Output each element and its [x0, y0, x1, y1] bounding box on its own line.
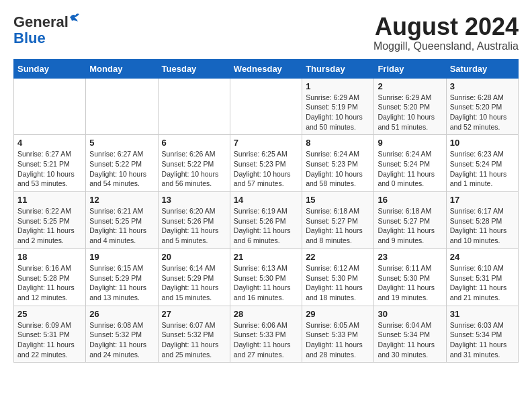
day-info: Sunrise: 6:03 AMSunset: 5:34 PMDaylight:… [450, 320, 515, 360]
day-number: 26 [89, 309, 154, 319]
calendar-header-row: Sunday Monday Tuesday Wednesday Thursday… [14, 59, 519, 78]
header-friday: Friday [374, 59, 446, 78]
day-number: 15 [306, 195, 370, 205]
day-number: 24 [450, 252, 515, 262]
table-row: 30Sunrise: 6:04 AMSunset: 5:34 PMDayligh… [374, 306, 446, 363]
logo-bird-icon [69, 12, 81, 23]
table-row: 26Sunrise: 6:08 AMSunset: 5:32 PMDayligh… [86, 306, 158, 363]
day-info: Sunrise: 6:21 AMSunset: 5:25 PMDaylight:… [89, 206, 154, 246]
table-row: 2Sunrise: 6:29 AMSunset: 5:20 PMDaylight… [374, 78, 446, 135]
day-number: 14 [234, 195, 298, 205]
calendar-week-row: 25Sunrise: 6:09 AMSunset: 5:31 PMDayligh… [14, 306, 519, 363]
table-row: 22Sunrise: 6:12 AMSunset: 5:30 PMDayligh… [302, 248, 374, 306]
calendar-week-row: 18Sunrise: 6:16 AMSunset: 5:28 PMDayligh… [14, 248, 519, 306]
day-number: 23 [378, 252, 442, 262]
day-number: 20 [162, 252, 226, 262]
table-row: 18Sunrise: 6:16 AMSunset: 5:28 PMDayligh… [14, 248, 86, 306]
header-saturday: Saturday [446, 59, 518, 78]
day-info: Sunrise: 6:05 AMSunset: 5:33 PMDaylight:… [306, 320, 370, 360]
day-number: 28 [234, 309, 298, 319]
day-info: Sunrise: 6:18 AMSunset: 5:27 PMDaylight:… [378, 206, 442, 246]
day-info: Sunrise: 6:28 AMSunset: 5:20 PMDaylight:… [450, 93, 515, 132]
day-info: Sunrise: 6:27 AMSunset: 5:21 PMDaylight:… [17, 149, 82, 189]
day-info: Sunrise: 6:29 AMSunset: 5:19 PMDaylight:… [306, 93, 370, 132]
table-row: 12Sunrise: 6:21 AMSunset: 5:25 PMDayligh… [86, 192, 158, 249]
table-row: 17Sunrise: 6:17 AMSunset: 5:28 PMDayligh… [446, 192, 518, 249]
day-info: Sunrise: 6:27 AMSunset: 5:22 PMDaylight:… [89, 149, 154, 189]
table-row: 29Sunrise: 6:05 AMSunset: 5:33 PMDayligh… [302, 306, 374, 363]
calendar-table: Sunday Monday Tuesday Wednesday Thursday… [13, 59, 519, 363]
day-info: Sunrise: 6:18 AMSunset: 5:27 PMDaylight:… [306, 206, 370, 246]
day-info: Sunrise: 6:22 AMSunset: 5:25 PMDaylight:… [17, 206, 82, 246]
title-block: August 2024 Moggill, Queensland, Austral… [373, 13, 519, 52]
table-row: 27Sunrise: 6:07 AMSunset: 5:32 PMDayligh… [158, 306, 230, 363]
location-subtitle: Moggill, Queensland, Australia [373, 40, 519, 52]
day-number: 11 [17, 195, 82, 205]
day-info: Sunrise: 6:07 AMSunset: 5:32 PMDaylight:… [162, 320, 226, 360]
day-number: 5 [89, 138, 154, 148]
day-number: 9 [378, 138, 442, 148]
day-number: 29 [306, 309, 370, 319]
table-row: 28Sunrise: 6:06 AMSunset: 5:33 PMDayligh… [230, 306, 302, 363]
day-number: 18 [17, 252, 82, 262]
day-number: 4 [17, 138, 82, 148]
table-row: 16Sunrise: 6:18 AMSunset: 5:27 PMDayligh… [374, 192, 446, 249]
day-info: Sunrise: 6:23 AMSunset: 5:24 PMDaylight:… [450, 149, 515, 189]
day-info: Sunrise: 6:12 AMSunset: 5:30 PMDaylight:… [306, 263, 370, 303]
logo[interactable]: General Blue [13, 13, 69, 47]
day-info: Sunrise: 6:11 AMSunset: 5:30 PMDaylight:… [378, 263, 442, 303]
day-number: 8 [306, 138, 370, 148]
table-row: 4Sunrise: 6:27 AMSunset: 5:21 PMDaylight… [14, 135, 86, 192]
day-info: Sunrise: 6:13 AMSunset: 5:30 PMDaylight:… [234, 263, 298, 303]
day-number: 3 [450, 81, 515, 91]
day-number: 16 [378, 195, 442, 205]
table-row: 7Sunrise: 6:25 AMSunset: 5:23 PMDaylight… [230, 135, 302, 192]
day-info: Sunrise: 6:24 AMSunset: 5:24 PMDaylight:… [378, 149, 442, 189]
logo-blue: Blue [13, 30, 46, 47]
header-wednesday: Wednesday [230, 59, 302, 78]
day-info: Sunrise: 6:14 AMSunset: 5:29 PMDaylight:… [162, 263, 226, 303]
day-number: 1 [306, 81, 370, 91]
day-number: 7 [234, 138, 298, 148]
day-number: 21 [234, 252, 298, 262]
logo-general: General [13, 13, 69, 30]
calendar-week-row: 4Sunrise: 6:27 AMSunset: 5:21 PMDaylight… [14, 135, 519, 192]
table-row: 24Sunrise: 6:10 AMSunset: 5:31 PMDayligh… [446, 248, 518, 306]
day-info: Sunrise: 6:09 AMSunset: 5:31 PMDaylight:… [17, 320, 82, 360]
table-row: 13Sunrise: 6:20 AMSunset: 5:26 PMDayligh… [158, 192, 230, 249]
day-number: 31 [450, 309, 515, 319]
day-info: Sunrise: 6:08 AMSunset: 5:32 PMDaylight:… [89, 320, 154, 360]
header-monday: Monday [86, 59, 158, 78]
header-tuesday: Tuesday [158, 59, 230, 78]
day-number: 12 [89, 195, 154, 205]
page-header: General Blue August 2024 Moggill, Queens… [13, 13, 519, 52]
table-row: 1Sunrise: 6:29 AMSunset: 5:19 PMDaylight… [302, 78, 374, 135]
table-row: 21Sunrise: 6:13 AMSunset: 5:30 PMDayligh… [230, 248, 302, 306]
table-row [86, 78, 158, 135]
day-info: Sunrise: 6:17 AMSunset: 5:28 PMDaylight:… [450, 206, 515, 246]
day-info: Sunrise: 6:26 AMSunset: 5:22 PMDaylight:… [162, 149, 226, 189]
table-row: 6Sunrise: 6:26 AMSunset: 5:22 PMDaylight… [158, 135, 230, 192]
table-row: 11Sunrise: 6:22 AMSunset: 5:25 PMDayligh… [14, 192, 86, 249]
day-info: Sunrise: 6:04 AMSunset: 5:34 PMDaylight:… [378, 320, 442, 360]
table-row: 9Sunrise: 6:24 AMSunset: 5:24 PMDaylight… [374, 135, 446, 192]
table-row: 10Sunrise: 6:23 AMSunset: 5:24 PMDayligh… [446, 135, 518, 192]
day-info: Sunrise: 6:10 AMSunset: 5:31 PMDaylight:… [450, 263, 515, 303]
table-row: 20Sunrise: 6:14 AMSunset: 5:29 PMDayligh… [158, 248, 230, 306]
day-number: 13 [162, 195, 226, 205]
table-row: 14Sunrise: 6:19 AMSunset: 5:26 PMDayligh… [230, 192, 302, 249]
day-info: Sunrise: 6:19 AMSunset: 5:26 PMDaylight:… [234, 206, 298, 246]
day-number: 27 [162, 309, 226, 319]
month-year-title: August 2024 [373, 13, 519, 40]
day-number: 6 [162, 138, 226, 148]
header-sunday: Sunday [14, 59, 86, 78]
day-number: 19 [89, 252, 154, 262]
header-thursday: Thursday [302, 59, 374, 78]
calendar-week-row: 1Sunrise: 6:29 AMSunset: 5:19 PMDaylight… [14, 78, 519, 135]
day-info: Sunrise: 6:25 AMSunset: 5:23 PMDaylight:… [234, 149, 298, 189]
table-row: 5Sunrise: 6:27 AMSunset: 5:22 PMDaylight… [86, 135, 158, 192]
table-row [230, 78, 302, 135]
table-row: 25Sunrise: 6:09 AMSunset: 5:31 PMDayligh… [14, 306, 86, 363]
calendar-week-row: 11Sunrise: 6:22 AMSunset: 5:25 PMDayligh… [14, 192, 519, 249]
day-number: 30 [378, 309, 442, 319]
